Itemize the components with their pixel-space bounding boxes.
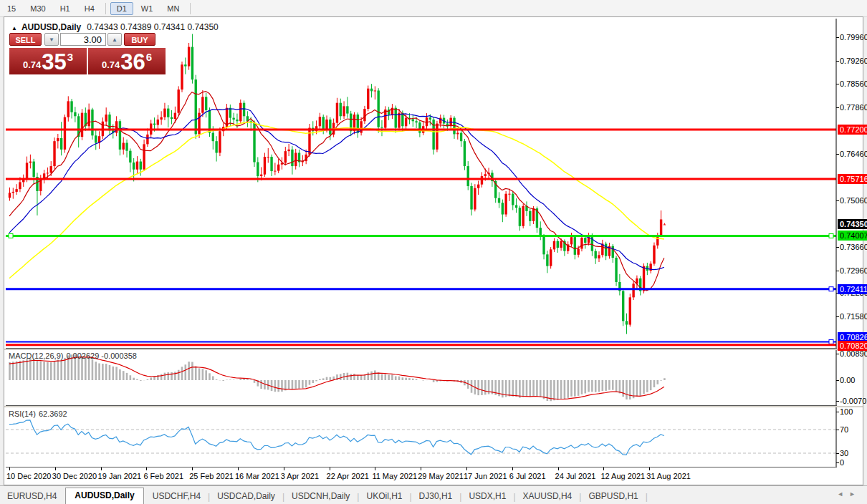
rsi-tick-label: 0 bbox=[840, 458, 844, 467]
chart-tab-usdcad[interactable]: USDCAD,Daily bbox=[210, 488, 282, 504]
rsi-tick-mark bbox=[836, 453, 839, 454]
date-tick-label: 11 May 2021 bbox=[372, 472, 417, 480]
date-tick-mark bbox=[9, 467, 10, 470]
tab-separator: | bbox=[646, 492, 648, 502]
chevron-down-icon: ▼ bbox=[49, 37, 54, 43]
price-tick-label: 0.77860 bbox=[840, 103, 867, 112]
chart-tab-usdx[interactable]: USDX,H1 bbox=[461, 488, 513, 504]
price-tick-mark bbox=[836, 37, 839, 38]
date-tick-mark bbox=[603, 467, 604, 470]
rsi-indicator-label: RSI(14)62.3692 bbox=[9, 410, 67, 418]
date-tick-mark bbox=[375, 467, 375, 470]
date-tick-label: 31 Aug 2021 bbox=[646, 472, 691, 480]
period-button-w1[interactable]: W1 bbox=[135, 2, 160, 15]
price-level-badge: 0.70820 bbox=[838, 341, 867, 351]
date-tick-label: 30 Dec 2020 bbox=[52, 472, 97, 480]
volume-decrease-button[interactable]: ▼ bbox=[44, 33, 59, 46]
sell-price-prefix: 0.74 bbox=[23, 59, 41, 70]
date-tick-mark bbox=[55, 467, 56, 470]
price-tick-label: 0.75060 bbox=[840, 196, 867, 205]
chart-ohlc-values: 0.74343 0.74389 0.74341 0.74350 bbox=[87, 22, 219, 32]
date-tick-label: 16 Mar 2021 bbox=[235, 472, 279, 480]
price-tick-mark bbox=[836, 271, 839, 271]
macd-tick-mark bbox=[836, 401, 839, 402]
chart-symbol-title: AUDUSD,Daily bbox=[21, 22, 81, 32]
price-level-badge: 0.72411 bbox=[838, 284, 867, 294]
date-tick-label: 10 Dec 2020 bbox=[6, 472, 51, 480]
date-tick-mark bbox=[512, 467, 513, 470]
date-tick-label: 22 Apr 2021 bbox=[327, 472, 369, 480]
volume-increase-button[interactable]: ▲ bbox=[107, 33, 122, 46]
date-tick-mark bbox=[238, 467, 239, 470]
date-tick-label: 12 Aug 2021 bbox=[600, 472, 645, 480]
period-button-h1[interactable]: H1 bbox=[54, 2, 77, 15]
volume-input[interactable] bbox=[60, 33, 106, 46]
chart-tab-audusd[interactable]: AUDUSD,Daily bbox=[65, 488, 143, 504]
macd-tick-label: 0.00 bbox=[840, 376, 855, 384]
price-tick-label: 0.79260 bbox=[840, 57, 867, 65]
sell-price-big: 35 bbox=[42, 52, 66, 73]
date-tick-mark bbox=[421, 467, 421, 470]
price-tick-mark bbox=[836, 200, 839, 201]
date-tick-mark bbox=[101, 467, 102, 470]
chart-tab-ukoil[interactable]: UKOil,H1 bbox=[359, 488, 409, 504]
price-level-badge: 0.75716 bbox=[838, 174, 867, 184]
buy-price-prefix: 0.74 bbox=[102, 59, 120, 70]
buy-price-big: 36 bbox=[120, 52, 145, 73]
collapse-trade-panel-icon[interactable]: ▲ bbox=[11, 25, 17, 32]
date-tick-label: 6 Feb 2021 bbox=[143, 472, 183, 480]
price-tick-mark bbox=[836, 107, 839, 108]
chart-tab-dj30[interactable]: DJ30,H1 bbox=[412, 488, 460, 504]
date-tick-label: 24 Jul 2021 bbox=[555, 472, 596, 480]
rsi-tick-label: 30 bbox=[840, 449, 848, 457]
rsi-pane-canvas[interactable] bbox=[6, 407, 837, 467]
date-tick-mark bbox=[466, 467, 467, 470]
buy-price-display[interactable]: 0.74366 bbox=[88, 48, 166, 74]
date-tick-mark bbox=[558, 467, 559, 470]
price-tick-label: 0.78560 bbox=[840, 79, 867, 88]
period-button-h4[interactable]: H4 bbox=[78, 2, 101, 15]
price-tick-label: 0.79960 bbox=[840, 33, 867, 42]
price-tick-label: 0.73660 bbox=[840, 243, 867, 251]
sell-price-display[interactable]: 0.74353 bbox=[9, 48, 87, 74]
period-button-mn[interactable]: MN bbox=[161, 2, 186, 15]
date-tick-label: 6 Jul 2021 bbox=[509, 472, 546, 480]
period-button-d1[interactable]: D1 bbox=[110, 2, 133, 15]
macd-tick-mark bbox=[836, 380, 839, 381]
price-tick-mark bbox=[836, 154, 839, 155]
rsi-tick-mark bbox=[836, 430, 839, 430]
macd-indicator-label: MACD(12,26,9)0.002629 -0.000358 bbox=[9, 352, 137, 360]
date-tick-label: 19 Jan 2021 bbox=[98, 472, 142, 480]
sell-button[interactable]: SELL bbox=[9, 33, 42, 46]
price-level-badge: 0.74007 bbox=[838, 231, 867, 241]
date-tick-mark bbox=[192, 467, 193, 470]
chart-tab-usdcnh[interactable]: USDCNH,Daily bbox=[284, 488, 357, 504]
chart-tab-gbpusd[interactable]: GBPUSD,H1 bbox=[581, 488, 645, 504]
date-tick-label: 17 Jun 2021 bbox=[464, 472, 507, 480]
buy-button[interactable]: BUY bbox=[124, 33, 155, 46]
tab-scroll-left-icon[interactable]: ◄ bbox=[837, 490, 849, 498]
rsi-tick-mark bbox=[836, 462, 839, 463]
rsi-tick-mark bbox=[836, 412, 839, 412]
date-tick-mark bbox=[284, 467, 284, 470]
price-level-badge: 0.77200 bbox=[838, 125, 867, 135]
date-tick-label: 3 Apr 2021 bbox=[281, 472, 319, 480]
rsi-tick-label: 70 bbox=[840, 425, 848, 434]
date-tick-mark bbox=[649, 467, 650, 470]
price-tick-label: 0.71580 bbox=[840, 312, 867, 321]
chart-tab-eurusd[interactable]: EURUSD,H4 bbox=[0, 488, 64, 504]
period-button-m30[interactable]: M30 bbox=[24, 2, 52, 15]
tab-scroll-right-icon[interactable]: ► bbox=[849, 490, 861, 498]
chevron-up-icon: ▲ bbox=[112, 37, 118, 43]
price-tick-mark bbox=[836, 61, 839, 62]
current-price-badge: 0.74350 bbox=[838, 219, 867, 229]
period-toolbar: 15M30H1H4D1W1MN bbox=[0, 0, 867, 17]
date-tick-label: 29 May 2021 bbox=[418, 472, 464, 480]
trading-platform-window: { "toolbar": { "periods": ["15","M30","H… bbox=[0, 0, 867, 504]
period-button-15[interactable]: 15 bbox=[1, 2, 22, 15]
chart-tab-usdchf[interactable]: USDCHF,H4 bbox=[145, 488, 208, 504]
price-tick-mark bbox=[836, 247, 839, 248]
chart-tab-xauusd[interactable]: XAUUSD,H4 bbox=[516, 488, 580, 504]
toolbar-separator bbox=[190, 3, 191, 14]
chart-title-bar: ▲AUDUSD,Daily0.74343 0.74389 0.74341 0.7… bbox=[11, 22, 219, 32]
